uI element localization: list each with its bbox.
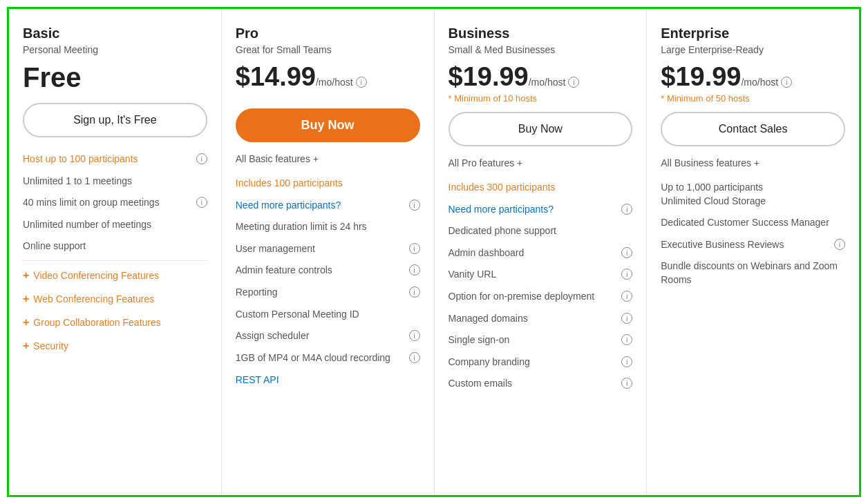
- plan-enterprise-contact-button[interactable]: Contact Sales: [661, 112, 845, 146]
- plan-basic: Basic Personal Meeting Free Sign up, It'…: [9, 9, 222, 495]
- feature-100-participants: Includes 100 participants: [236, 173, 420, 195]
- plan-enterprise-price-row: $19.99 /mo/host i: [661, 62, 845, 92]
- feature-text: Includes 100 participants: [236, 177, 420, 191]
- expand-label: Group Collaboration Features: [33, 317, 160, 328]
- feature-text: Custom emails: [449, 377, 618, 391]
- info-icon[interactable]: i: [621, 269, 632, 280]
- info-icon[interactable]: i: [196, 197, 207, 208]
- expand-label: Video Conferencing Features: [33, 270, 159, 281]
- plan-business-price: $19.99: [449, 62, 529, 92]
- feature-unlimited-1to1: Unlimited 1 to 1 meetings: [23, 171, 207, 193]
- plan-basic-tagline: Personal Meeting: [23, 44, 207, 55]
- feature-company-branding: Company branding i: [449, 351, 633, 374]
- feature-rest-api[interactable]: REST API: [236, 369, 420, 388]
- feature-text: Dedicated Customer Success Manager: [661, 216, 845, 230]
- info-icon[interactable]: i: [568, 77, 579, 88]
- divider: [23, 260, 207, 261]
- plan-pro-price-row: $14.99 /mo/host i: [236, 62, 420, 92]
- plan-pro-buy-button[interactable]: Buy Now: [236, 108, 420, 142]
- feature-text: Includes 300 participants: [449, 181, 633, 195]
- feature-sso: Single sign-on i: [449, 329, 633, 351]
- feature-text: Company branding: [449, 356, 618, 369]
- feature-assign-scheduler: Assign scheduler i: [236, 325, 420, 347]
- info-icon[interactable]: i: [356, 77, 367, 88]
- plan-business-suffix: /mo/host: [529, 77, 566, 88]
- pricing-container: Basic Personal Meeting Free Sign up, It'…: [7, 7, 861, 497]
- plus-icon: +: [23, 340, 29, 352]
- feature-vanity-url: Vanity URL i: [449, 264, 633, 286]
- info-icon[interactable]: i: [409, 352, 420, 363]
- plan-business-name: Business: [449, 26, 633, 41]
- plan-pro-name: Pro: [236, 26, 420, 41]
- plan-basic-signup-button[interactable]: Sign up, It's Free: [23, 103, 207, 137]
- info-icon[interactable]: i: [409, 330, 420, 341]
- feature-managed-domains: Managed domains i: [449, 308, 633, 330]
- info-icon[interactable]: i: [781, 77, 792, 88]
- feature-text: Executive Business Reviews: [661, 238, 830, 252]
- plan-enterprise: Enterprise Large Enterprise-Ready $19.99…: [647, 9, 859, 495]
- feature-text: Reporting: [236, 286, 405, 300]
- feature-text: Admin dashboard: [449, 246, 618, 260]
- expand-group-collaboration[interactable]: + Group Collaboration Features: [23, 311, 207, 334]
- info-icon[interactable]: i: [834, 239, 845, 250]
- info-icon[interactable]: i: [409, 287, 420, 298]
- feature-link-text[interactable]: Need more participants?: [236, 199, 405, 213]
- plan-business-price-row: $19.99 /mo/host i: [449, 62, 633, 92]
- feature-user-management: User management i: [236, 238, 420, 260]
- feature-text: Assign scheduler: [236, 329, 405, 343]
- info-icon[interactable]: i: [621, 247, 632, 258]
- plan-pro-suffix: /mo/host: [316, 77, 353, 88]
- business-features-header: All Pro features +: [449, 157, 633, 168]
- enterprise-features-header: All Business features +: [661, 157, 845, 168]
- feature-300-participants: Includes 300 participants: [449, 177, 633, 199]
- plan-enterprise-tagline: Large Enterprise-Ready: [661, 44, 845, 55]
- feature-text: Meeting duration limit is 24 hrs: [236, 220, 420, 234]
- feature-bundle-discounts: Bundle discounts on Webinars and Zoom Ro…: [661, 255, 845, 291]
- feature-unlimited-meetings: Unlimited number of meetings: [23, 214, 207, 236]
- plan-business-buy-button[interactable]: Buy Now: [449, 112, 633, 146]
- feature-dedicated-phone: Dedicated phone support: [449, 220, 633, 242]
- plan-business: Business Small & Med Businesses $19.99 /…: [435, 9, 648, 495]
- feature-admin-controls: Admin feature controls i: [236, 260, 420, 282]
- feature-on-premise: Option for on-premise deployment i: [449, 286, 633, 308]
- min-hosts-placeholder: [236, 93, 420, 108]
- info-icon[interactable]: i: [621, 291, 632, 302]
- info-icon[interactable]: i: [621, 334, 632, 345]
- expand-label: Web Conferencing Features: [33, 293, 154, 304]
- feature-text: Single sign-on: [449, 333, 618, 347]
- feature-text: Vanity URL: [449, 268, 618, 282]
- info-icon[interactable]: i: [621, 204, 632, 215]
- plan-basic-name: Basic: [23, 26, 207, 41]
- plan-enterprise-min-hosts: * Minimum of 50 hosts: [661, 93, 845, 104]
- feature-custom-emails: Custom emails i: [449, 373, 633, 395]
- feature-text: 40 mins limit on group meetings: [23, 196, 192, 210]
- feature-cloud-recording: 1GB of MP4 or M4A cloud recording i: [236, 347, 420, 369]
- info-icon[interactable]: i: [621, 378, 632, 389]
- plan-business-min-hosts: * Minimum of 10 hosts: [449, 93, 633, 104]
- feature-text: Bundle discounts on Webinars and Zoom Ro…: [661, 260, 845, 287]
- plus-icon: +: [23, 293, 29, 305]
- feature-link-text[interactable]: Need more participants?: [449, 203, 618, 217]
- plan-enterprise-price: $19.99: [661, 62, 741, 92]
- expand-web-conferencing[interactable]: + Web Conferencing Features: [23, 287, 207, 311]
- feature-text: Host up to 100 participants: [23, 153, 192, 166]
- feature-40mins: 40 mins limit on group meetings i: [23, 192, 207, 214]
- info-icon[interactable]: i: [196, 153, 207, 164]
- feature-text: Option for on-premise deployment: [449, 290, 618, 304]
- feature-text: Online support: [23, 240, 207, 253]
- info-icon[interactable]: i: [409, 264, 420, 275]
- feature-need-more-biz: Need more participants? i: [449, 199, 633, 221]
- info-icon[interactable]: i: [621, 313, 632, 324]
- expand-video-conferencing[interactable]: + Video Conferencing Features: [23, 264, 207, 287]
- info-icon[interactable]: i: [621, 356, 632, 367]
- feature-text: Managed domains: [449, 312, 618, 326]
- feature-text: Unlimited number of meetings: [23, 218, 207, 232]
- feature-text: User management: [236, 242, 405, 256]
- info-icon[interactable]: i: [409, 243, 420, 254]
- expand-security[interactable]: + Security: [23, 334, 207, 358]
- plan-business-tagline: Small & Med Businesses: [449, 44, 633, 55]
- feature-1000-participants: Up to 1,000 participantsUnlimited Cloud …: [661, 177, 845, 212]
- feature-text: Dedicated phone support: [449, 224, 633, 238]
- feature-text: Unlimited 1 to 1 meetings: [23, 175, 207, 188]
- info-icon[interactable]: i: [409, 200, 420, 211]
